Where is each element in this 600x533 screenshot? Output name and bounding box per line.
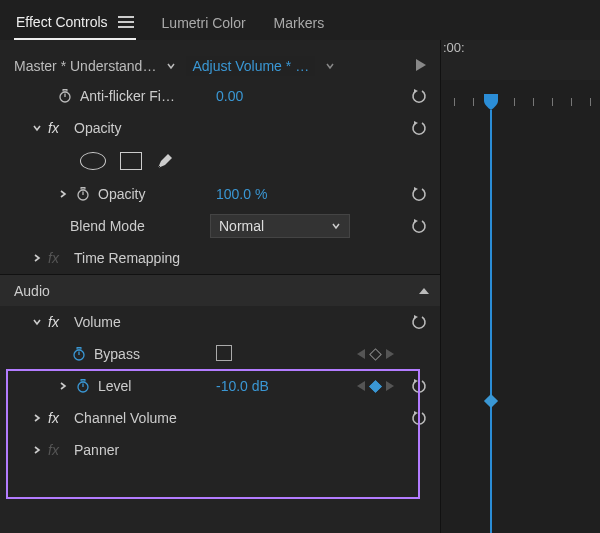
row-volume-group: fx Volume xyxy=(0,306,440,338)
stopwatch-icon[interactable] xyxy=(74,377,92,395)
main-area: Anti-flicker Fi… 0.00 fx Opacity xyxy=(0,80,600,533)
svg-marker-23 xyxy=(414,379,418,383)
ellipse-mask-icon[interactable] xyxy=(80,152,106,170)
clip-dropdown-icon[interactable] xyxy=(323,59,337,73)
playhead-line xyxy=(490,110,492,533)
twirl-icon[interactable] xyxy=(30,413,44,423)
svg-marker-22 xyxy=(386,381,394,391)
row-audio-section: Audio xyxy=(0,274,440,306)
playhead-handle-icon[interactable] xyxy=(483,93,499,111)
timeline-ticks xyxy=(441,98,600,110)
opacity-group-label: Opacity xyxy=(74,120,121,136)
svg-marker-21 xyxy=(357,381,365,391)
timecode-label: :00: xyxy=(443,40,465,55)
time-remapping-label: Time Remapping xyxy=(74,250,180,266)
chevron-down-icon xyxy=(331,221,341,231)
svg-marker-0 xyxy=(416,59,426,71)
reset-icon[interactable] xyxy=(408,88,432,104)
row-opacity-group: fx Opacity xyxy=(0,112,440,144)
blend-mode-value: Normal xyxy=(219,218,264,234)
stopwatch-icon[interactable] xyxy=(56,87,74,105)
blend-mode-label: Blend Mode xyxy=(70,218,145,234)
panel-tabbar: Effect Controls Lumetri Color Markers xyxy=(0,0,600,40)
twirl-icon[interactable] xyxy=(30,317,44,327)
row-panner: fx Panner xyxy=(0,434,440,466)
twirl-icon[interactable] xyxy=(30,253,44,263)
prev-keyframe-icon[interactable] xyxy=(357,346,365,362)
master-clip-label[interactable]: Master * Understand… xyxy=(14,58,156,74)
svg-rect-8 xyxy=(81,188,85,190)
bypass-checkbox[interactable] xyxy=(216,345,232,361)
tab-effect-controls-label: Effect Controls xyxy=(16,14,108,30)
svg-rect-20 xyxy=(81,380,85,382)
svg-marker-4 xyxy=(414,89,418,93)
collapse-up-icon[interactable] xyxy=(418,283,430,299)
row-time-remapping: fx Time Remapping xyxy=(0,242,440,274)
fx-badge-icon[interactable]: fx xyxy=(48,314,66,330)
stopwatch-icon[interactable] xyxy=(74,185,92,203)
bypass-label: Bypass xyxy=(94,346,140,362)
antiflicker-label: Anti-flicker Fi… xyxy=(80,88,175,104)
mini-timeline[interactable] xyxy=(440,80,600,533)
master-dropdown-icon[interactable] xyxy=(164,59,178,73)
twirl-icon[interactable] xyxy=(30,123,44,133)
level-value[interactable]: -10.0 dB xyxy=(216,378,316,394)
panel-menu-icon[interactable] xyxy=(118,16,134,28)
tab-markers[interactable]: Markers xyxy=(272,9,327,39)
svg-marker-9 xyxy=(414,187,418,191)
fx-badge-icon[interactable]: fx xyxy=(48,410,66,426)
blend-mode-select[interactable]: Normal xyxy=(210,214,350,238)
svg-marker-16 xyxy=(357,349,365,359)
twirl-icon[interactable] xyxy=(56,189,70,199)
antiflicker-value[interactable]: 0.00 xyxy=(216,88,316,104)
opacity-prop-label: Opacity xyxy=(98,186,145,202)
reset-icon[interactable] xyxy=(408,218,432,234)
twirl-icon[interactable] xyxy=(30,445,44,455)
svg-marker-10 xyxy=(414,219,418,223)
source-clip-label[interactable]: Adjust Volume * … xyxy=(186,56,315,76)
keyframe-diamond-icon[interactable] xyxy=(484,394,498,408)
svg-marker-12 xyxy=(414,315,418,319)
stopwatch-icon[interactable] xyxy=(70,345,88,363)
fx-badge-icon[interactable]: fx xyxy=(48,442,66,458)
svg-rect-15 xyxy=(77,348,81,350)
reset-icon[interactable] xyxy=(408,378,432,394)
channel-volume-label: Channel Volume xyxy=(74,410,177,426)
panner-label: Panner xyxy=(74,442,119,458)
row-opacity-prop: Opacity 100.0 % xyxy=(0,178,440,210)
reset-icon[interactable] xyxy=(408,186,432,202)
reset-icon[interactable] xyxy=(408,410,432,426)
row-blend-mode: Blend Mode Normal xyxy=(0,210,440,242)
reset-icon[interactable] xyxy=(408,314,432,330)
row-bypass: Bypass xyxy=(0,338,440,370)
level-label: Level xyxy=(98,378,131,394)
next-keyframe-icon[interactable] xyxy=(386,346,394,362)
twirl-icon[interactable] xyxy=(56,381,70,391)
fx-badge-icon[interactable]: fx xyxy=(48,120,66,136)
keyframe-nav xyxy=(340,346,410,362)
add-keyframe-icon[interactable] xyxy=(369,380,382,393)
prev-keyframe-icon[interactable] xyxy=(357,378,365,394)
svg-marker-17 xyxy=(386,349,394,359)
svg-marker-11 xyxy=(419,288,429,294)
reset-icon[interactable] xyxy=(408,120,432,136)
svg-marker-5 xyxy=(414,121,418,125)
play-icon[interactable] xyxy=(416,58,426,74)
tab-lumetri-color[interactable]: Lumetri Color xyxy=(160,9,248,39)
app-root: Effect Controls Lumetri Color Markers Ma… xyxy=(0,0,600,533)
add-keyframe-icon[interactable] xyxy=(369,348,382,361)
svg-marker-24 xyxy=(414,411,418,415)
row-channel-volume: fx Channel Volume xyxy=(0,402,440,434)
mask-tools-row xyxy=(0,144,440,178)
tab-lumetri-color-label: Lumetri Color xyxy=(162,15,246,31)
fx-badge-icon[interactable]: fx xyxy=(48,250,66,266)
opacity-prop-value[interactable]: 100.0 % xyxy=(216,186,316,202)
tab-markers-label: Markers xyxy=(274,15,325,31)
tab-effect-controls[interactable]: Effect Controls xyxy=(14,8,136,40)
effects-panel: Anti-flicker Fi… 0.00 fx Opacity xyxy=(0,80,440,533)
volume-group-label: Volume xyxy=(74,314,121,330)
pen-mask-icon[interactable] xyxy=(156,152,174,170)
rectangle-mask-icon[interactable] xyxy=(120,152,142,170)
svg-rect-3 xyxy=(63,90,67,92)
next-keyframe-icon[interactable] xyxy=(386,378,394,394)
